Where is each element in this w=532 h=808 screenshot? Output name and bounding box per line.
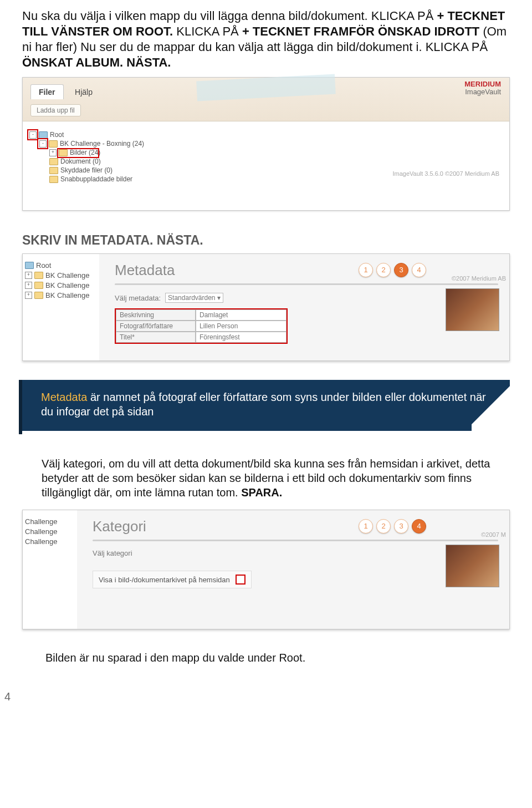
panel-title-kategori: Kategori <box>93 518 498 535</box>
folder-icon <box>49 167 58 174</box>
plus-icon[interactable]: + <box>25 282 32 289</box>
side-tree-item[interactable]: + BK Challenge <box>25 291 97 299</box>
panel-title-metadata: Metadata <box>115 262 498 279</box>
callout-accent: Metadata <box>41 391 87 403</box>
callout-text: är namnet på fotograf eller författare s… <box>41 391 486 418</box>
folder-icon <box>34 292 43 299</box>
intro-bold-2: + TECKNET FRAMFÖR ÖNSKAD IDROTT <box>242 24 483 38</box>
highlight-sport-plus <box>37 138 48 149</box>
callout-metadata-info: Metadata är namnet på fotograf eller för… <box>22 380 510 431</box>
preview-thumbnail <box>446 288 499 331</box>
meta-label: Titel* <box>116 332 196 343</box>
side-tree-item[interactable]: Challenge <box>25 537 75 546</box>
tree-row-skyddade[interactable]: Skyddade filer (0) <box>29 166 173 174</box>
folder-icon <box>25 262 34 269</box>
tree-row-snabb[interactable]: Snabbuppladdade bilder <box>29 175 173 183</box>
kategori-sublabel: Välj kategori <box>93 549 498 557</box>
step-2[interactable]: 2 <box>376 263 391 277</box>
decorative-banner <box>196 74 336 101</box>
figure-imagevault-tree: Filer Hjälp Ladda upp fil MERIDIUM Image… <box>22 77 510 211</box>
step-4[interactable]: 4 <box>412 263 426 277</box>
side-label-item: Challenge <box>25 537 58 546</box>
step-3[interactable]: 3 <box>394 519 408 533</box>
folder-tree: - Root - BK Challenge - Boxning (24) + B… <box>23 121 180 210</box>
meta-value[interactable]: Damlaget <box>196 309 287 321</box>
figure-kategori-panel: Challenge Challenge Challenge ©2007 M 1 … <box>22 510 510 629</box>
plus-icon[interactable]: + <box>25 292 32 299</box>
metadata-select-value: Standardvärden <box>168 294 215 302</box>
intro-bold-3: ÖNSKAT ALBUM. NÄSTA. <box>22 55 171 69</box>
side-tree: Challenge Challenge Challenge <box>23 510 77 629</box>
meta-label: Beskrivning <box>116 309 196 321</box>
step-4[interactable]: 4 <box>412 519 426 533</box>
step-1[interactable]: 1 <box>359 519 373 533</box>
folder-icon <box>34 282 43 289</box>
divider <box>115 283 498 285</box>
side-tree-item[interactable]: + BK Challenge <box>25 281 97 289</box>
tree-label-skyddade: Skyddade filer (0) <box>60 166 112 174</box>
meta-value[interactable]: Föreningsfest <box>196 332 287 343</box>
step-1[interactable]: 1 <box>359 263 373 277</box>
side-label-root: Root <box>36 261 51 270</box>
logo-bottom: ImageVault <box>465 88 501 96</box>
plus-icon[interactable]: + <box>49 149 57 156</box>
wizard-steps: 1 2 3 4 <box>359 519 426 533</box>
tree-label-snabb: Snabbuppladdade bilder <box>60 175 132 183</box>
copyright-text: ©2007 Meridium AB <box>452 275 506 282</box>
tree-row-sport[interactable]: - BK Challenge - Boxning (24) <box>29 140 173 148</box>
meta-label: Fotograf/författare <box>116 321 196 332</box>
preview-thumbnail <box>446 545 499 587</box>
highlight-root-plus <box>27 129 38 140</box>
side-label-item: BK Challenge <box>45 281 90 289</box>
side-label-item: BK Challenge <box>45 291 90 299</box>
step-2[interactable]: 2 <box>376 519 391 533</box>
tree-label-dokument: Dokument (0) <box>60 157 101 165</box>
tree-label-sport: BK Challenge - Boxning (24) <box>60 140 144 148</box>
paragraph-kategori-instruction: Välj kategori, om du vill att detta doku… <box>42 456 493 500</box>
side-label-item: BK Challenge <box>45 271 90 280</box>
folder-icon <box>34 272 43 279</box>
side-tree: Root + BK Challenge + BK Challenge + BK … <box>23 254 99 360</box>
visibility-checkbox-row[interactable]: Visa i bild-/dokumentarkivet på hemsidan <box>93 571 252 588</box>
visibility-checkbox[interactable] <box>236 575 245 585</box>
side-tree-item[interactable]: Challenge <box>25 517 75 526</box>
folder-icon <box>49 158 58 165</box>
metadata-select-label: Välj metadata: <box>115 294 161 302</box>
intro-paragraph: Nu ska du välja i vilken mapp du vill lä… <box>22 8 510 70</box>
tree-label-root: Root <box>50 131 64 139</box>
copyright-text: ©2007 M <box>481 531 506 538</box>
tree-row-bilder[interactable]: + Bilder (24) <box>29 149 173 156</box>
tree-row-root[interactable]: - Root <box>29 131 173 139</box>
metadata-table: Beskrivning Damlaget Fotograf/författare… <box>115 308 288 344</box>
divider <box>93 540 498 541</box>
side-label-item: Challenge <box>25 517 58 526</box>
watermark-text: ImageVault 3.5.6.0 ©2007 Meridium AB <box>392 170 499 177</box>
plus-icon[interactable]: + <box>25 272 32 279</box>
figure-metadata-panel: Root + BK Challenge + BK Challenge + BK … <box>22 253 510 361</box>
tree-row-dokument[interactable]: Dokument (0) <box>29 157 173 165</box>
step-3[interactable]: 3 <box>394 263 408 277</box>
wizard-steps: 1 2 3 4 <box>359 263 426 277</box>
intro-text-1: Nu ska du välja i vilken mapp du vill lä… <box>22 9 437 23</box>
intro-text-2: KLICKA PÅ <box>176 24 242 38</box>
metadata-select[interactable]: Standardvärden ▾ <box>165 293 223 303</box>
section-heading-metadata: SKRIV IN METADATA. NÄSTA. <box>22 233 510 248</box>
folder-icon <box>49 176 58 183</box>
checkbox-label: Visa i bild-/dokumentarkivet på hemsidan <box>99 576 230 584</box>
logo-top: MERIDIUM <box>464 80 501 88</box>
side-tree-root[interactable]: Root <box>25 261 97 270</box>
page-number: 4 <box>4 690 11 703</box>
side-label-item: Challenge <box>25 527 58 536</box>
folder-icon <box>49 140 58 148</box>
meta-value[interactable]: Lillen Person <box>196 321 287 332</box>
folder-icon <box>39 131 48 139</box>
tab-hjalp[interactable]: Hjälp <box>67 85 100 99</box>
tab-filer[interactable]: Filer <box>30 84 64 99</box>
meridium-logo: MERIDIUM ImageVault <box>464 80 501 96</box>
side-tree-item[interactable]: Challenge <box>25 527 75 536</box>
highlight-album <box>57 148 99 158</box>
side-tree-item[interactable]: + BK Challenge <box>25 271 97 280</box>
footer-sentence: Bilden är nu sparad i den mapp du valde … <box>45 652 493 664</box>
para-bold-spara: SPARA. <box>241 486 282 499</box>
upload-button[interactable]: Ladda upp fil <box>30 104 81 116</box>
